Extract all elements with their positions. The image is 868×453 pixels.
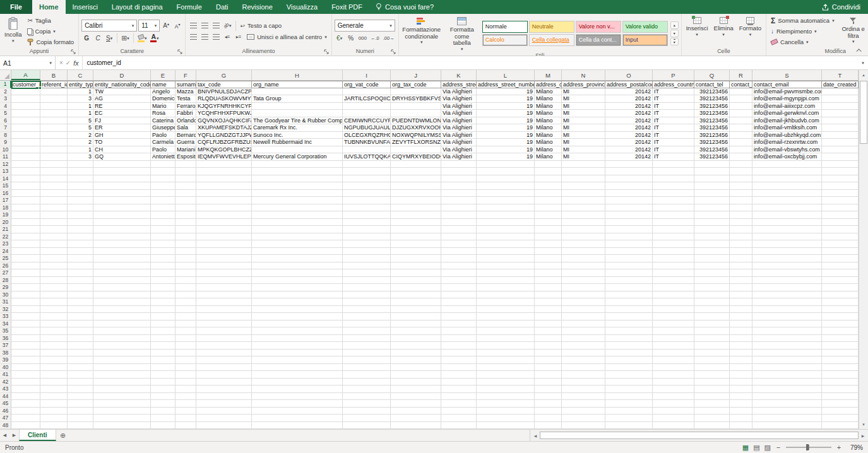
cell-P35[interactable] [653, 327, 694, 335]
cell-J1[interactable]: org_tax_code [391, 81, 441, 88]
cell-O40[interactable] [605, 364, 653, 372]
cell-I37[interactable] [343, 342, 391, 350]
cell-style-cella-da-cont[interactable]: Cella da cont... [576, 34, 621, 46]
cell-J37[interactable] [391, 342, 441, 350]
cell-R36[interactable] [730, 335, 752, 343]
cell-M20[interactable] [535, 219, 562, 226]
cell-E20[interactable] [151, 219, 175, 226]
bold-button[interactable]: G [81, 33, 92, 43]
cell-Q41[interactable] [694, 371, 730, 379]
cell-K18[interactable] [441, 204, 477, 212]
cell-N40[interactable] [562, 364, 605, 372]
cell-G42[interactable] [196, 379, 252, 386]
row-header-16[interactable]: 16 [0, 190, 11, 197]
cell-J28[interactable] [391, 277, 441, 285]
cell-H23[interactable] [252, 240, 343, 248]
cell-J19[interactable] [391, 211, 441, 219]
align-bottom-button[interactable] [211, 21, 221, 31]
cell-B24[interactable] [40, 248, 68, 256]
cell-E7[interactable]: Giuseppe [151, 124, 175, 132]
cell-G46[interactable] [196, 408, 252, 415]
cell-H28[interactable] [252, 277, 343, 285]
vertical-scrollbar[interactable]: ▲ ▼ [859, 70, 868, 429]
cell-T3[interactable] [822, 95, 859, 103]
new-sheet-button[interactable]: ⊕ [56, 430, 70, 441]
cell-G29[interactable] [196, 284, 252, 291]
cell-C12[interactable] [68, 161, 93, 168]
cell-D39[interactable] [93, 356, 151, 364]
cell-Q46[interactable] [694, 408, 730, 415]
cell-O24[interactable] [605, 248, 653, 256]
clear-button[interactable]: Cancella▾ [769, 37, 836, 47]
cell-K46[interactable] [441, 408, 477, 415]
cell-T28[interactable] [822, 277, 859, 285]
cell-S32[interactable] [752, 306, 822, 314]
cell-B7[interactable] [40, 124, 68, 132]
cell-D18[interactable] [93, 204, 151, 212]
cell-K22[interactable] [441, 233, 477, 241]
cell-B44[interactable] [40, 393, 68, 401]
cell-P44[interactable] [653, 393, 694, 401]
cell-M40[interactable] [535, 364, 562, 372]
cell-C16[interactable] [68, 190, 93, 197]
cell-H12[interactable] [252, 161, 343, 168]
cell-K21[interactable] [441, 226, 477, 233]
cell-A1[interactable]: customer_id [11, 81, 40, 88]
cell-H16[interactable] [252, 190, 343, 197]
cell-E15[interactable] [151, 182, 175, 190]
cell-S9[interactable]: info@email-rzexnrtw.com [752, 139, 822, 146]
cell-L27[interactable] [477, 269, 535, 277]
cell-Q39[interactable] [694, 356, 730, 364]
cell-N20[interactable] [562, 219, 605, 226]
cell-K41[interactable] [441, 371, 477, 379]
cell-J33[interactable] [391, 313, 441, 321]
cell-I26[interactable] [343, 262, 391, 270]
cell-O9[interactable]: 20142 [605, 139, 653, 146]
cell-T2[interactable] [822, 88, 859, 96]
cell-K25[interactable] [441, 255, 477, 262]
cell-M44[interactable] [535, 393, 562, 401]
cell-R35[interactable] [730, 327, 752, 335]
cell-B23[interactable] [40, 240, 68, 248]
cell-F3[interactable]: Testa [175, 95, 196, 103]
cell-A17[interactable] [11, 197, 40, 204]
cell-K48[interactable] [441, 422, 477, 430]
cell-H5[interactable] [252, 110, 343, 117]
cell-F21[interactable] [175, 226, 196, 233]
cell-T44[interactable] [822, 393, 859, 401]
cell-H42[interactable] [252, 379, 343, 386]
cell-A31[interactable] [11, 298, 40, 306]
cell-L22[interactable] [477, 233, 535, 241]
cell-D48[interactable] [93, 422, 151, 430]
share-button[interactable]: Condividi [814, 0, 868, 14]
cell-M12[interactable] [535, 161, 562, 168]
cell-J8[interactable]: NOXWQPNILYMSSAI [391, 132, 441, 139]
cell-G4[interactable]: KJQGYFNRHHKCYPIO [196, 103, 252, 110]
cell-Q11[interactable]: 392123456 [694, 153, 730, 161]
cell-B17[interactable] [40, 197, 68, 204]
cell-A18[interactable] [11, 204, 40, 212]
row-header-12[interactable]: 12 [0, 161, 11, 168]
cell-H4[interactable] [252, 103, 343, 110]
cell-P45[interactable] [653, 400, 694, 408]
cell-L9[interactable]: 19 [477, 139, 535, 146]
cell-M5[interactable]: Milano [535, 110, 562, 117]
horizontal-scrollbar[interactable]: ◀ ▶ [530, 430, 868, 441]
cell-L8[interactable]: 19 [477, 132, 535, 139]
row-header-28[interactable]: 28 [0, 277, 11, 285]
cell-N15[interactable] [562, 182, 605, 190]
cell-O1[interactable]: address_postalcode [605, 81, 653, 88]
cell-M7[interactable]: Milano [535, 124, 562, 132]
cell-M42[interactable] [535, 379, 562, 386]
cell-K45[interactable] [441, 400, 477, 408]
cell-F41[interactable] [175, 371, 196, 379]
cell-I17[interactable] [343, 197, 391, 204]
cell-Q34[interactable] [694, 321, 730, 328]
cell-A12[interactable] [11, 161, 40, 168]
cell-H45[interactable] [252, 400, 343, 408]
cell-P24[interactable] [653, 248, 694, 256]
cell-N24[interactable] [562, 248, 605, 256]
cell-B22[interactable] [40, 233, 68, 241]
cell-M2[interactable]: Milano [535, 88, 562, 96]
increase-decimal-button[interactable]: ←.0 [369, 33, 381, 43]
